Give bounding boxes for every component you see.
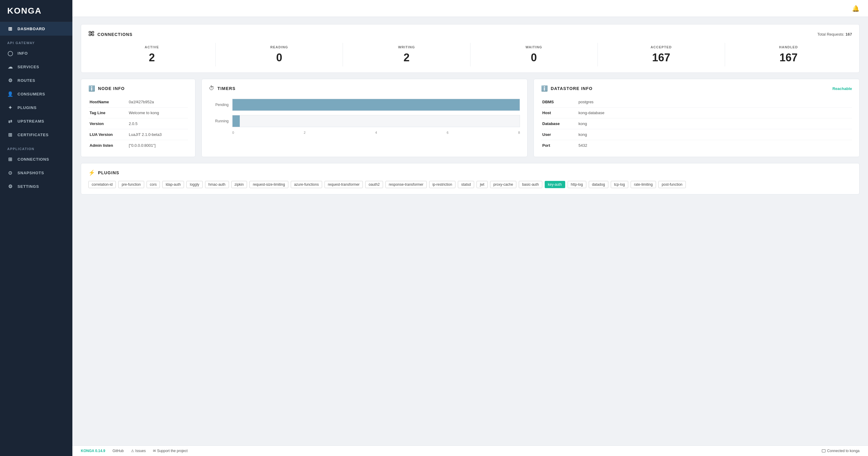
row-value: 0a1f427b952a bbox=[128, 97, 188, 108]
ds-row-label: Port bbox=[541, 140, 577, 151]
sidebar-item-certificates[interactable]: ⊞ CERTIFICATES bbox=[0, 128, 72, 142]
plugin-tag[interactable]: http-log bbox=[568, 181, 586, 188]
total-requests-value: 167 bbox=[845, 32, 852, 36]
footer-support-link[interactable]: ✉ Support the project bbox=[153, 449, 188, 453]
plugin-tag[interactable]: oauth2 bbox=[365, 181, 383, 188]
plugins-tags: correlation-idpre-functioncorsldap-authl… bbox=[88, 181, 852, 188]
row-label: HostName bbox=[88, 97, 128, 108]
timer-label: Running bbox=[209, 119, 228, 123]
main-content: CONNECTIONS Total Requests: 167 ACTIVE 2… bbox=[72, 17, 868, 446]
sidebar-label-upstreams: UPSTREAMS bbox=[18, 119, 44, 123]
stat-item: ACTIVE 2 bbox=[88, 43, 216, 66]
sidebar-section-api-gateway: API GATEWAY bbox=[0, 36, 72, 47]
connections-card: CONNECTIONS Total Requests: 167 ACTIVE 2… bbox=[81, 24, 860, 73]
sidebar-label-routes: ROUTES bbox=[18, 78, 35, 83]
datastore-icon: ℹ️ bbox=[541, 85, 548, 92]
plugins-card-title: PLUGINS bbox=[98, 170, 119, 175]
node-info-card: ℹ️ NODE INFO HostName0a1f427b952aTag Lin… bbox=[81, 79, 195, 157]
stat-label: HANDLED bbox=[725, 45, 852, 49]
timer-label: Pending bbox=[209, 103, 228, 107]
plugin-tag[interactable]: loggly bbox=[186, 181, 203, 188]
reachable-badge: Reachable bbox=[832, 86, 852, 91]
svg-rect-2 bbox=[89, 34, 91, 36]
sidebar-item-settings[interactable]: ⚙ SETTINGS bbox=[0, 180, 72, 193]
stat-value: 2 bbox=[88, 51, 215, 64]
connections-card-title: CONNECTIONS bbox=[97, 32, 133, 37]
stat-value: 167 bbox=[598, 51, 725, 64]
plugin-tag[interactable]: pre-function bbox=[118, 181, 144, 188]
table-row: Version2.0.5 bbox=[88, 118, 188, 129]
plugin-tag[interactable]: statsd bbox=[458, 181, 474, 188]
notification-bell-icon[interactable]: 🔔 bbox=[852, 5, 860, 12]
total-requests-label: Total Requests: bbox=[817, 32, 844, 36]
ds-row-label: User bbox=[541, 129, 577, 140]
sidebar-item-consumers[interactable]: 👤 CONSUMERS bbox=[0, 87, 72, 101]
total-requests: Total Requests: 167 bbox=[817, 32, 852, 36]
footer-connected: Connected to konga bbox=[822, 449, 860, 453]
sidebar-item-plugins[interactable]: ✦ PLUGINS bbox=[0, 101, 72, 114]
ds-row-label: DBMS bbox=[541, 97, 577, 108]
footer-issues-link[interactable]: ⚠ Issues bbox=[131, 449, 146, 453]
snapshots-icon: ⊙ bbox=[7, 170, 13, 176]
plugin-tag[interactable]: key-auth bbox=[545, 181, 565, 188]
sidebar-item-snapshots[interactable]: ⊙ SNAPSHOTS bbox=[0, 166, 72, 180]
timers-card: ⏱ TIMERS Pending Running 02468 bbox=[202, 79, 527, 157]
timer-row: Pending bbox=[209, 99, 520, 111]
plugin-tag[interactable]: ip-restriction bbox=[429, 181, 456, 188]
footer-version: KONGA 0.14.9 bbox=[81, 449, 105, 453]
plugin-tag[interactable]: hmac-auth bbox=[205, 181, 229, 188]
plugin-tag[interactable]: response-transformer bbox=[385, 181, 427, 188]
sidebar-label-services: SERVICES bbox=[18, 65, 39, 69]
dashboard-icon: ⊞ bbox=[7, 26, 13, 32]
sidebar-item-routes[interactable]: ⚙ ROUTES bbox=[0, 74, 72, 87]
plugin-tag[interactable]: cors bbox=[147, 181, 160, 188]
timer-bar-wrap bbox=[232, 99, 520, 111]
plugin-tag[interactable]: rate-limiting bbox=[631, 181, 656, 188]
plugin-tag[interactable]: request-size-limiting bbox=[249, 181, 288, 188]
plugin-tag[interactable]: request-transformer bbox=[324, 181, 363, 188]
table-row: Tag LineWelcome to kong bbox=[88, 108, 188, 118]
plugin-tag[interactable]: tcp-log bbox=[611, 181, 628, 188]
plugin-tag[interactable]: zipkin bbox=[231, 181, 247, 188]
plugin-tag[interactable]: correlation-id bbox=[88, 181, 116, 188]
sidebar-item-services[interactable]: ☁ SERVICES bbox=[0, 60, 72, 74]
plugin-tag[interactable]: jwt bbox=[476, 181, 488, 188]
stat-label: READING bbox=[216, 45, 343, 49]
table-row: DBMSpostgres bbox=[541, 97, 852, 108]
plugin-tag[interactable]: basic-auth bbox=[519, 181, 542, 188]
plugin-tag[interactable]: datadog bbox=[589, 181, 608, 188]
stat-label: ACCEPTED bbox=[598, 45, 725, 49]
plugin-tag[interactable]: azure-functions bbox=[291, 181, 322, 188]
plugin-tag[interactable]: post-function bbox=[658, 181, 686, 188]
datastore-table: DBMSpostgresHostkong-databaseDatabasekon… bbox=[541, 97, 852, 151]
sidebar-item-info[interactable]: ◯ INFO bbox=[0, 47, 72, 60]
sidebar-label-plugins: PLUGINS bbox=[18, 105, 36, 110]
ds-row-value: kong bbox=[577, 118, 852, 129]
footer: KONGA 0.14.9 GitHub ⚠ Issues ✉ Support t… bbox=[72, 446, 868, 456]
timer-bar-wrap bbox=[232, 115, 520, 127]
sidebar-item-dashboard[interactable]: ⊞ DASHBOARD bbox=[0, 22, 72, 36]
ds-row-label: Database bbox=[541, 118, 577, 129]
timers-chart: Pending Running bbox=[209, 96, 520, 130]
svg-rect-0 bbox=[89, 31, 91, 33]
connected-label: Connected to konga bbox=[827, 449, 860, 453]
certificates-icon: ⊞ bbox=[7, 132, 13, 138]
svg-rect-3 bbox=[92, 34, 94, 36]
footer-github-link[interactable]: GitHub bbox=[113, 449, 124, 453]
sidebar: KONGA ⊞ DASHBOARD API GATEWAY ◯ INFO ☁ S… bbox=[0, 0, 72, 456]
sidebar-label-connections: CONNECTIONS bbox=[18, 157, 49, 162]
axis-label: 6 bbox=[447, 131, 448, 134]
ds-row-label: Host bbox=[541, 108, 577, 118]
services-icon: ☁ bbox=[7, 64, 13, 70]
timers-icon: ⏱ bbox=[209, 85, 214, 91]
sidebar-item-upstreams[interactable]: ⇄ UPSTREAMS bbox=[0, 114, 72, 128]
plugin-tag[interactable]: ldap-auth bbox=[162, 181, 184, 188]
sidebar-item-connections[interactable]: ⊞ CONNECTIONS bbox=[0, 152, 72, 166]
node-info-title: NODE INFO bbox=[98, 86, 125, 91]
timer-row: Running bbox=[209, 115, 520, 127]
table-row: Hostkong-database bbox=[541, 108, 852, 118]
stat-item: WRITING 2 bbox=[343, 43, 470, 66]
plugin-tag[interactable]: proxy-cache bbox=[490, 181, 516, 188]
stat-value: 0 bbox=[470, 51, 597, 64]
stat-label: ACTIVE bbox=[88, 45, 215, 49]
